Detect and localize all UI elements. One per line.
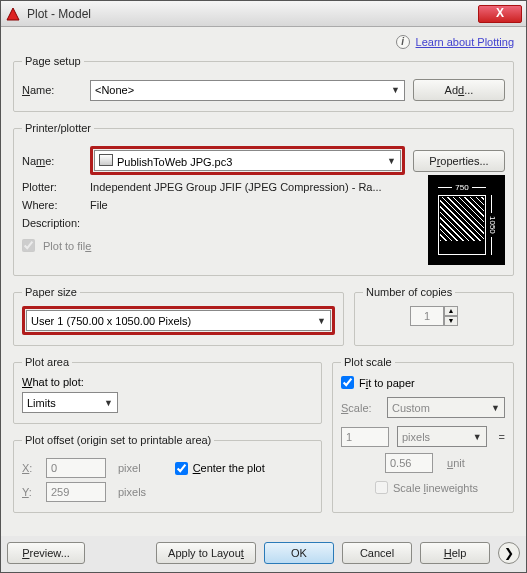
printer-name-label: Name: (22, 155, 82, 167)
chevron-down-icon: ▼ (387, 156, 396, 166)
plot-offset-legend: Plot offset (origin set to printable are… (22, 434, 214, 446)
offset-x-input (46, 458, 106, 478)
equals-icon: = (499, 431, 505, 443)
paper-size-highlight: User 1 (750.00 x 1050.00 Pixels) ▼ (22, 306, 335, 335)
dialog-footer: Preview... Apply to Layout OK Cancel Hel… (1, 536, 526, 572)
fit-to-paper-checkbox[interactable] (341, 376, 354, 389)
what-to-plot-label: What to plot: (22, 376, 313, 388)
help-button[interactable]: Help (420, 542, 490, 564)
plotter-icon (99, 154, 113, 166)
plot-to-file-checkbox (22, 239, 35, 252)
scale-den-input (385, 453, 433, 473)
ok-button[interactable]: OK (264, 542, 334, 564)
copies-legend: Number of copies (363, 286, 455, 298)
printer-group: Printer/plotter Name: PublishToWeb JPG.p… (13, 122, 514, 276)
printer-name-highlight: PublishToWeb JPG.pc3 ▼ (90, 146, 405, 175)
center-plot-checkbox[interactable] (175, 462, 188, 475)
dialog-body: i Learn about Plotting Page setup Name: … (1, 27, 526, 536)
chevron-down-icon: ▼ (391, 85, 400, 95)
copies-up: ▲ (444, 306, 458, 316)
scale-num-unit: pixels▼ (397, 426, 487, 447)
plot-to-file-label: Plot to file (43, 240, 91, 252)
paper-size-combo[interactable]: User 1 (750.00 x 1050.00 Pixels) ▼ (26, 310, 331, 331)
offset-y-input (46, 482, 106, 502)
info-icon: i (396, 35, 410, 49)
scale-label: Scale: (341, 402, 379, 414)
printer-legend: Printer/plotter (22, 122, 94, 134)
chevron-down-icon: ▼ (104, 398, 113, 408)
plotter-label: Plotter: (22, 181, 82, 193)
plot-scale-group: Plot scale Fit to paper Scale: Custom ▼ … (332, 356, 514, 513)
apply-button[interactable]: Apply to Layout (156, 542, 256, 564)
copies-input (410, 306, 444, 326)
add-button[interactable]: Add... (413, 79, 505, 101)
what-to-plot-combo[interactable]: Limits ▼ (22, 392, 118, 413)
titlebar[interactable]: Plot - Model X (1, 1, 526, 27)
paper-size-group: Paper size User 1 (750.00 x 1050.00 Pixe… (13, 286, 344, 346)
scale-den-unit: unit (447, 457, 505, 469)
page-setup-name-combo[interactable]: <None> ▼ (90, 80, 405, 101)
description-label: Description: (22, 217, 82, 229)
plot-area-group: Plot area What to plot: Limits ▼ (13, 356, 322, 424)
scale-lineweights-label: Scale lineweights (393, 482, 478, 494)
plot-offset-group: Plot offset (origin set to printable are… (13, 434, 322, 513)
offset-x-unit: pixel (118, 462, 141, 474)
chevron-down-icon: ▼ (491, 403, 500, 413)
plot-scale-legend: Plot scale (341, 356, 395, 368)
offset-x-label: X: (22, 462, 38, 474)
preview-button[interactable]: Preview... (7, 542, 85, 564)
preview-printable (440, 197, 484, 241)
scale-lineweights-wrap: Scale lineweights (375, 481, 505, 494)
fit-to-paper-label: Fit to paper (359, 377, 415, 389)
close-button[interactable]: X (478, 5, 522, 23)
plot-dialog: Plot - Model X i Learn about Plotting Pa… (0, 0, 527, 573)
page-setup-name-label: Name: (22, 84, 82, 96)
copies-down: ▼ (444, 316, 458, 326)
properties-button[interactable]: Properties... (413, 150, 505, 172)
where-label: Where: (22, 199, 82, 211)
offset-y-label: Y: (22, 486, 38, 498)
where-value: File (90, 199, 108, 211)
center-plot-label: Center the plot (193, 462, 265, 474)
cancel-button[interactable]: Cancel (342, 542, 412, 564)
scale-combo: Custom ▼ (387, 397, 505, 418)
offset-y-unit: pixels (118, 486, 146, 498)
paper-preview: 750 1050 (428, 175, 505, 265)
preview-height: 1050 (487, 195, 497, 255)
center-plot-checkbox-wrap[interactable]: Center the plot (175, 462, 265, 475)
expand-button[interactable]: ❯ (498, 542, 520, 564)
learn-link[interactable]: Learn about Plotting (416, 36, 514, 48)
scale-lineweights-checkbox (375, 481, 388, 494)
page-setup-group: Page setup Name: <None> ▼ Add... (13, 55, 514, 112)
plot-area-legend: Plot area (22, 356, 72, 368)
page-setup-legend: Page setup (22, 55, 84, 67)
scale-num-input (341, 427, 389, 447)
paper-size-legend: Paper size (22, 286, 80, 298)
chevron-down-icon: ▼ (317, 316, 326, 326)
preview-width: 750 (438, 183, 486, 193)
copies-group: Number of copies ▲▼ (354, 286, 514, 346)
app-icon (5, 6, 21, 22)
fit-to-paper-wrap[interactable]: Fit to paper (341, 376, 505, 389)
window-title: Plot - Model (27, 7, 478, 21)
printer-name-combo[interactable]: PublishToWeb JPG.pc3 ▼ (94, 150, 401, 171)
plotter-value: Independent JPEG Group JFIF (JPEG Compre… (90, 181, 382, 193)
